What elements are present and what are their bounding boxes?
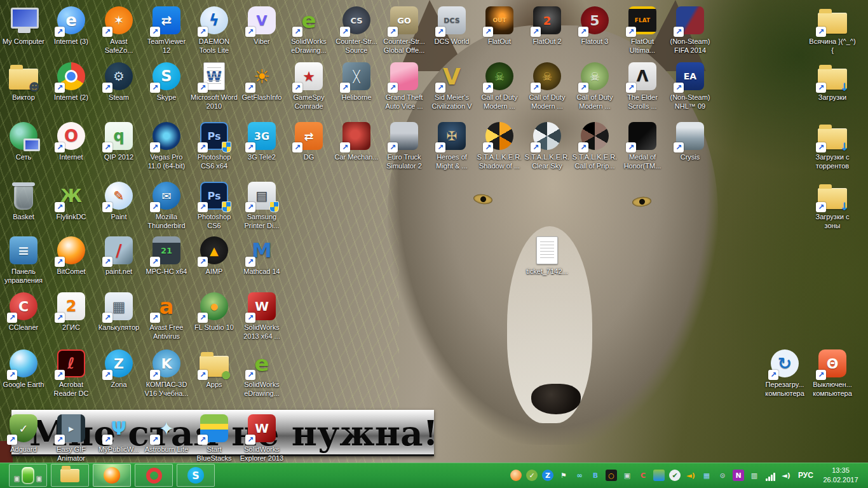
bitcomet-tray-icon[interactable] — [510, 470, 522, 481]
icon-my-computer[interactable]: My Computer — [0, 5, 47, 46]
icon-adguard[interactable]: ✓↗Adguard — [0, 413, 47, 454]
icon-3g-tele2[interactable]: 3G↗3G Tele2 — [238, 121, 285, 162]
icon-heliborne[interactable]: ╳↗Heliborne — [333, 61, 380, 102]
icon-viber[interactable]: V↗Viber — [238, 5, 285, 46]
icon-ticket-file[interactable]: ticket_7142... — [524, 235, 571, 276]
qip-tray-icon[interactable]: ∞ — [574, 470, 585, 481]
desktop[interactable]: Мне стая не нужна! My Computere↗Internet… — [0, 0, 868, 463]
icon-qip-2012[interactable]: q↗QIP 2012 — [95, 121, 142, 162]
icon-counter-strike-go[interactable]: GO↗Counter-Str... Global Offe... — [381, 5, 428, 55]
icon-dcs-world[interactable]: DCS↗DCS World — [428, 5, 475, 46]
icon-internet-opera[interactable]: O↗Internet — [48, 121, 95, 162]
signal-bars-icon[interactable] — [764, 470, 776, 481]
icon-ccleaner[interactable]: C↗CCleaner — [0, 291, 47, 332]
icon-mypublicwifi[interactable]: Ψ↗MyPublicW... — [95, 413, 142, 454]
icon-cod-modern-warfare-3[interactable]: ☠↗Call of Duty Modern ... — [571, 61, 618, 111]
icon-stalker-call-of-pripyat[interactable]: ↗S.T.A.L.K.E.R. Call of Prip... — [571, 121, 618, 171]
volume-mixer-icon[interactable]: ◄) — [685, 470, 696, 481]
start-button[interactable] — [9, 464, 47, 487]
icon-zagruzki-torrents-folder[interactable]: ↓↗Загрузки с торрентов — [809, 121, 856, 171]
aimp-tray-icon[interactable]: ○ — [606, 470, 617, 481]
zona-tray-icon[interactable]: Z — [542, 470, 553, 481]
opera-taskbar-button[interactable] — [135, 464, 173, 487]
icon-heroes-of-might[interactable]: ✠↗Heroes of Might & ... — [428, 121, 475, 171]
icon-start-bluestacks[interactable]: ↗Start BlueStacks — [191, 413, 238, 463]
icon-solidworks-explorer[interactable]: W↗SolidWorks Explorer 2013 — [238, 413, 285, 463]
icon-google-earth[interactable]: ↗Google Earth — [0, 348, 47, 390]
icon-photoshop-cs6-x64[interactable]: Ps↗Photoshop CS6 x64 — [191, 121, 238, 171]
volume-icon[interactable]: ◄) — [780, 470, 792, 481]
explorer-taskbar-button[interactable] — [51, 464, 89, 487]
bluestacks-tray-icon[interactable] — [653, 470, 665, 481]
icon-daemon-tools-lite[interactable]: ϟ↗DAEMON Tools Lite — [191, 5, 238, 55]
icon-getflashinfo[interactable]: ☀↗GetFlashInfo — [238, 61, 285, 102]
icon-shutdown-computer[interactable]: Θ↗Выключен... компьютера — [809, 348, 856, 398]
icon-flatout-3[interactable]: 5↗Flatout 3 — [571, 5, 618, 46]
ccleaner-tray-icon[interactable]: C — [637, 470, 649, 481]
icon-zagruzki-zony-folder[interactable]: ↓↗Загрузки с зоны — [809, 180, 856, 231]
icon-paint[interactable]: ✎↗Paint — [95, 180, 142, 222]
icon-dg[interactable]: ⇄↗DG — [285, 121, 332, 162]
icon-kompas-3d[interactable]: K↗КОМПАС-3D V16 Учебна... — [143, 348, 190, 398]
icon-mpc-hc-x64[interactable]: 21↗MPC-HC x64 — [143, 235, 190, 276]
icon-paint-net[interactable]: ∕↗paint.net — [95, 235, 142, 276]
icon-counter-strike-source[interactable]: CS↗Counter-Str... Source — [333, 5, 380, 55]
icon-fl-studio-10[interactable]: ●↗FL Studio 10 — [191, 291, 238, 332]
icon-steam[interactable]: ⚙↗Steam — [95, 61, 142, 102]
icon-internet-2-chrome[interactable]: ↗Internet (2) — [48, 61, 95, 102]
icon-thunderbird[interactable]: ✉↗Mozilla Thunderbird — [143, 180, 190, 231]
icon-aimp[interactable]: ▲↗AIMP — [191, 235, 238, 276]
icon-solidworks-edrawings[interactable]: e↗SolidWorks eDrawing... — [285, 5, 332, 55]
icon-solidworks-2013[interactable]: W↗SolidWorks 2013 x64 ... — [238, 291, 285, 341]
icon-viktor-folder[interactable]: ☻Виктор — [0, 61, 47, 102]
icon-astroburn-lite[interactable]: ✦↗Astroburn Lite — [143, 413, 190, 454]
icon-car-mechanic[interactable]: ↗Car Mechan... — [333, 121, 380, 162]
icon-cod-modern-warfare-2[interactable]: ☠↗Call of Duty Modern ... — [524, 61, 571, 111]
icon-samsung-printer[interactable]: ▤↗Samsung Printer Di... — [238, 180, 285, 231]
icon-bitcomet[interactable]: ↗BitComet — [48, 235, 95, 276]
icon-avast-free-antivirus[interactable]: a↗Avast Free Antivirus — [143, 291, 190, 341]
icon-apps-folder[interactable]: ●↗Apps — [191, 348, 238, 390]
icon-avast-safezone[interactable]: ✶↗Avast SafeZo... — [95, 5, 142, 55]
network-display-icon[interactable]: ▦ — [701, 470, 712, 481]
icon-vegas-pro-11[interactable]: ↗Vegas Pro 11.0 (64-bit) — [143, 121, 190, 171]
icon-flatout-ultimate[interactable]: FLAT↗FlatOut Ultima... — [619, 5, 666, 55]
icon-nhl-09[interactable]: EA↗(Non-Steam) NHL™ 09 — [667, 61, 714, 111]
icon-vsyachina-folder[interactable]: ↗Всячина }(^_^){ — [809, 5, 856, 55]
icon-mathcad-14[interactable]: M↗Mathcad 14 — [238, 235, 285, 276]
bitcomet-taskbar-button[interactable] — [93, 464, 131, 487]
icon-word-2010[interactable]: W↗Microsoft Word 2010 — [191, 61, 238, 111]
icon-basket[interactable]: Basket — [0, 180, 47, 222]
icon-calculator[interactable]: ▦↗Калькулятор — [95, 291, 142, 332]
icon-zagruzki-folder[interactable]: ↓↗Загрузки — [809, 61, 856, 102]
icon-gta-vice-city[interactable]: ↗Grand Theft Auto Vice ... — [381, 61, 428, 111]
action-center-flag-icon[interactable]: ⚑ — [558, 470, 569, 481]
icon-elder-scrolls[interactable]: Λ↗The Elder Scrolls ... — [619, 61, 666, 111]
icon-skype[interactable]: S↗Skype — [143, 61, 190, 102]
power-meter-icon[interactable]: ▥ — [749, 470, 760, 481]
adguard-tray-icon[interactable]: ✓ — [526, 470, 538, 481]
icon-fifa-2014[interactable]: ↗(Non-Steam) FIFA 2014 — [667, 5, 714, 55]
language-indicator[interactable]: РУС — [792, 471, 820, 480]
icon-easy-gif-animator[interactable]: ▸↗Easy GIF Animator — [48, 413, 95, 463]
icon-flatout-2[interactable]: 2↗FlatOut 2 — [524, 5, 571, 46]
icon-civilization-5[interactable]: V↗Sid Meier's Civilization V — [428, 61, 475, 111]
media-device-icon[interactable]: ⊙ — [717, 470, 728, 481]
icon-gamespy-comrade[interactable]: ★↗GameSpy Comrade — [285, 61, 332, 111]
icon-solidworks-edrawings-2[interactable]: e↗SolidWorks eDrawing... — [238, 348, 285, 398]
icon-photoshop-cs6[interactable]: Ps↗Photoshop CS6 — [191, 180, 238, 231]
security-shield-icon[interactable]: ✔ — [669, 470, 681, 481]
icon-2gis[interactable]: 2↗2ГИС — [48, 291, 95, 332]
icon-network[interactable]: Сеть — [0, 121, 47, 162]
icon-control-panel[interactable]: ≡Панель управления — [0, 235, 47, 285]
icon-flatout[interactable]: OUT↗FlatOut — [476, 5, 523, 46]
device-monitor-icon[interactable]: ▣ — [621, 470, 633, 481]
icon-stalker-shadow-of-chernobyl[interactable]: ↗S.T.A.L.K.E.R. Shadow of ... — [476, 121, 523, 171]
icon-flylinkdc[interactable]: Ж↗FlylinkDC — [48, 180, 95, 222]
icon-euro-truck-simulator-2[interactable]: ↗Euro Truck Simulator 2 — [381, 121, 428, 171]
bluetooth-icon[interactable]: B — [590, 470, 601, 481]
skype-taskbar-button[interactable]: S — [177, 464, 215, 487]
icon-teamviewer-12[interactable]: ⇄↗TeamViewer 12 — [143, 5, 190, 55]
icon-cod-modern-warfare[interactable]: ☠↗Call of Duty Modern ... — [476, 61, 523, 111]
clock[interactable]: 13:35 26.02.2017 — [820, 466, 862, 485]
